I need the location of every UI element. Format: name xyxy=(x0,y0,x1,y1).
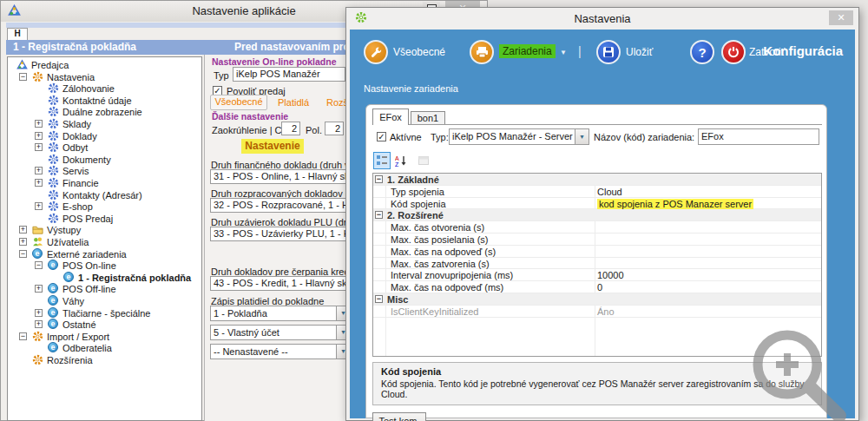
logo-icon xyxy=(16,59,28,70)
tree-item-sklady[interactable]: +Sklady xyxy=(8,118,201,130)
expand-icon[interactable]: + xyxy=(19,226,27,234)
test-kom-button[interactable]: Test kom. xyxy=(372,412,426,421)
tree-item-z-lohovanie[interactable]: Zálohovanie xyxy=(8,82,201,95)
zariadenia-label[interactable]: Zariadenia xyxy=(499,44,556,58)
expand-icon[interactable]: + xyxy=(35,179,43,187)
grid-row-max-as-zatvorenia-s[interactable]: Max. čas zatvorenia (s) xyxy=(373,258,821,270)
tree-item-doklady[interactable]: +Doklady xyxy=(8,130,201,142)
grid-property-label: Max. čas na odpoveď (ms) xyxy=(391,282,503,293)
grid-row-interval-znovupripojenia-ms[interactable]: Interval znovupripojenia (ms)10000 xyxy=(373,269,821,281)
dock-tab-h[interactable]: H xyxy=(7,28,28,41)
tree-item-extern-zariadenia[interactable]: −eExterné zariadenia xyxy=(8,248,201,260)
tree-item-u-vatelia[interactable]: +Užívatelia xyxy=(8,236,201,248)
expand-icon[interactable]: + xyxy=(35,285,43,293)
tree-item-odberatelia[interactable]: eOdberatelia xyxy=(8,342,201,354)
expand-icon[interactable]: + xyxy=(35,320,43,328)
grid-category-misc[interactable]: −Misc xyxy=(373,293,821,306)
druh-financny-input[interactable]: 31 - POS - Online, 1 - Hlavný sklad xyxy=(210,169,351,184)
expand-icon[interactable]: + xyxy=(35,120,43,128)
tree-item-pos-predaj[interactable]: POS Predaj xyxy=(8,213,201,225)
grid-row-k-d-spojenia[interactable]: Kód spojeniakod spojenia z POS Manazer s… xyxy=(373,198,821,210)
tree-item-kontakty-adres-r[interactable]: Kontakty (Adresár) xyxy=(8,189,201,201)
zaokruhlenie-ced-input[interactable]: 2 xyxy=(281,122,300,135)
expand-icon[interactable]: + xyxy=(35,309,43,317)
vseobecne-label[interactable]: Všeobecné xyxy=(393,46,445,58)
ulozit-button[interactable] xyxy=(596,40,621,64)
grid-row-max-as-otvorenia-s[interactable]: Max. čas otvorenia (s) xyxy=(373,221,821,234)
nastavenie-button[interactable]: Nastavenie xyxy=(241,139,304,154)
tree-item-e-shop[interactable]: +E-shop xyxy=(8,201,201,213)
tab-efox[interactable]: EFox xyxy=(372,109,409,125)
nenastavene-select[interactable]: -- Nenastavené --▼ xyxy=(210,344,351,359)
expand-icon[interactable]: + xyxy=(19,238,27,246)
gear-icon xyxy=(48,201,59,212)
zatvorit-button[interactable] xyxy=(721,40,746,64)
grid-row-max-as-na-odpove-ms[interactable]: Max. čas na odpoveď (ms)0 xyxy=(373,281,821,293)
grid-category-2-roz-ren[interactable]: −2. Rozšírené xyxy=(373,209,821,221)
device-typ-select[interactable]: iKelp POS Manažér - Server▼ xyxy=(449,128,589,145)
grid-property-value[interactable]: 10000 xyxy=(597,270,624,280)
grid-property-value[interactable]: 0 xyxy=(597,282,602,293)
tree-item-v-stupy[interactable]: +Výstupy xyxy=(8,224,201,236)
tab-divider xyxy=(372,124,822,125)
tab-platidla[interactable]: Platidlá xyxy=(278,97,309,108)
expand-icon[interactable]: + xyxy=(35,202,43,210)
grid-row-typ-spojenia[interactable]: Typ spojeniaCloud xyxy=(373,186,821,198)
tree-item-financie[interactable]: +Financie xyxy=(8,177,201,189)
nazov-input[interactable]: EFox xyxy=(698,128,819,145)
dialog-close-button[interactable]: ✕ xyxy=(829,10,853,25)
collapse-icon[interactable]: − xyxy=(375,295,383,303)
tree-item-nastavenia[interactable]: −Nastavenia xyxy=(8,71,201,83)
expand-icon[interactable]: + xyxy=(35,143,43,151)
categorized-view-button[interactable] xyxy=(373,152,391,169)
tree-item-import-export[interactable]: −Import / Export xyxy=(8,331,201,343)
alphabetical-sort-button[interactable]: AZ xyxy=(392,152,410,169)
tree-item-pos-off-line[interactable]: +ePOS Off-line xyxy=(8,283,201,295)
vlastny-ucet-select[interactable]: 5 - Vlastný účet▼ xyxy=(210,325,351,340)
pokladna-select[interactable]: 1 - Pokladňa▼ xyxy=(210,306,351,321)
device-icon: e xyxy=(48,342,58,352)
grid-property-value[interactable]: Áno xyxy=(597,306,615,317)
druh-kredit-input[interactable]: 43 - POS - Kredit, 1 - Hlavný sklad xyxy=(210,276,351,291)
collapse-icon[interactable]: − xyxy=(375,211,383,219)
typ-input[interactable]: iKelp POS Manažér xyxy=(233,67,345,82)
collapse-icon[interactable]: − xyxy=(375,175,383,183)
collapse-icon[interactable]: − xyxy=(19,250,27,258)
tree-item-du-lne-zobrazenie[interactable]: Duálne zobrazenie xyxy=(8,106,201,118)
tree-item-pos-on-line[interactable]: −ePOS On-line xyxy=(8,260,201,272)
druh-uzavierky-input[interactable]: 33 - POS - Uzávierky PLU, 1 - Hlavn xyxy=(210,227,351,241)
expand-icon[interactable]: + xyxy=(35,132,43,140)
grid-row-max-as-posielania-s[interactable]: Max. čas posielania (s) xyxy=(373,234,821,246)
zariadenia-caret-icon[interactable]: ▼ xyxy=(560,49,567,56)
tree-item-1-registra-n-poklad-a[interactable]: e1 - Registračná pokladňa xyxy=(8,272,201,284)
tab-vseobecne[interactable]: Všeobecné xyxy=(210,95,267,110)
tab-bon1[interactable]: bon1 xyxy=(411,111,445,125)
tree-item-ostatn[interactable]: +eOstatné xyxy=(8,319,201,331)
tree-item-odbyt[interactable]: +Odbyt xyxy=(8,141,201,154)
collapse-icon[interactable]: − xyxy=(19,332,27,340)
tree-item-dokumenty[interactable]: Dokumenty xyxy=(8,154,201,166)
gear-icon xyxy=(48,82,59,94)
grid-category-1-z-kladn[interactable]: −1. Základné xyxy=(373,174,821,186)
collapse-icon[interactable]: − xyxy=(19,73,27,81)
druh-rozpracovane-input[interactable]: 32 - POS - Rozpracované, 1 - Hlavn xyxy=(210,198,351,213)
collapse-icon[interactable]: − xyxy=(35,261,43,269)
tree-item-servis[interactable]: +Servis xyxy=(8,165,201,177)
zaokruhlenie-pol-input[interactable]: 2 xyxy=(325,122,344,135)
expand-icon[interactable]: + xyxy=(35,167,43,174)
vseobecne-button[interactable] xyxy=(364,40,388,64)
tree-item-roz-renia[interactable]: Rozšírenia xyxy=(8,354,201,366)
grid-property-value[interactable]: Cloud xyxy=(597,187,622,197)
zariadenia-button[interactable] xyxy=(470,40,494,64)
aktivne-checkbox[interactable]: ✓ xyxy=(377,132,386,141)
chevron-down-icon[interactable]: ▼ xyxy=(575,129,589,144)
tree-item-kontaktn-daje[interactable]: Kontaktné údaje xyxy=(8,95,201,107)
ulozit-label[interactable]: Uložiť xyxy=(626,46,653,58)
grid-row-isclientkeyinitialized[interactable]: IsClientKeyInitializedÁno xyxy=(373,306,821,318)
help-button[interactable]: ? xyxy=(690,40,714,64)
tree-item-predajca[interactable]: Predajca xyxy=(8,59,201,71)
tree-item-tla-iarne-peci-lne[interactable]: +eTlačiarne - špeciálne xyxy=(8,307,201,319)
grid-row-max-as-na-odpove-s[interactable]: Max. čas na odpoveď (s) xyxy=(373,246,821,258)
tree-item-v-hy[interactable]: eVáhy xyxy=(8,295,201,307)
grid-property-value[interactable]: kod spojenia z POS Manazer server xyxy=(597,199,753,209)
